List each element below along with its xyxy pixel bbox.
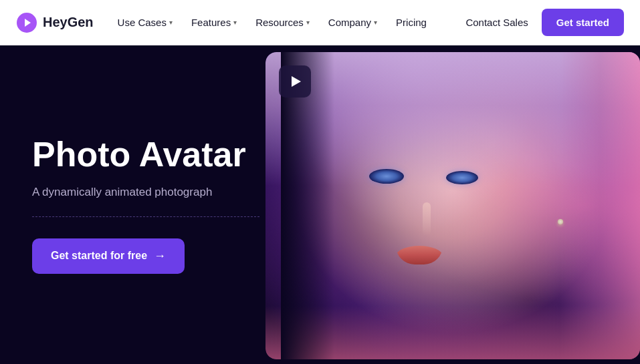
navbar: HeyGen Use Cases ▾ Features ▾ Resources … — [0, 0, 640, 45]
play-button[interactable] — [279, 65, 311, 98]
get-started-button[interactable]: Get started — [542, 9, 624, 36]
hero-section: Photo Avatar A dynamically animated phot… — [0, 45, 640, 364]
heygen-logo-icon — [16, 12, 37, 33]
earring — [558, 219, 563, 224]
contact-sales-button[interactable]: Contact Sales — [457, 11, 536, 34]
chevron-down-icon: ▾ — [306, 19, 310, 26]
hero-title: Photo Avatar — [32, 136, 249, 174]
hero-cta-label: Get started for free — [51, 250, 147, 262]
nav-item-resources[interactable]: Resources ▾ — [247, 11, 318, 33]
nav-item-pricing[interactable]: Pricing — [388, 11, 435, 33]
nav-item-company[interactable]: Company ▾ — [320, 11, 385, 33]
hero-right — [281, 45, 640, 364]
play-icon — [292, 76, 301, 87]
hero-left: Photo Avatar A dynamically animated phot… — [0, 45, 281, 364]
hero-cta-button[interactable]: Get started for free → — [32, 238, 185, 274]
hero-subtitle: A dynamically animated photograph — [32, 184, 249, 200]
arrow-right-icon: → — [154, 249, 166, 263]
nav-right: Contact Sales Get started — [457, 9, 624, 36]
eye-right — [446, 171, 478, 184]
logo-link[interactable]: HeyGen — [16, 12, 94, 33]
logo-text: HeyGen — [43, 15, 94, 30]
nav-item-features[interactable]: Features ▾ — [183, 11, 245, 33]
eye-left — [369, 169, 404, 184]
chevron-down-icon: ▾ — [233, 19, 237, 26]
chevron-down-icon: ▾ — [374, 19, 377, 26]
nose-highlight — [423, 202, 431, 236]
chevron-down-icon: ▾ — [169, 19, 173, 26]
hero-divider — [32, 216, 259, 217]
nav-links: Use Cases ▾ Features ▾ Resources ▾ Compa… — [110, 11, 453, 33]
nav-item-use-cases[interactable]: Use Cases ▾ — [110, 11, 181, 33]
